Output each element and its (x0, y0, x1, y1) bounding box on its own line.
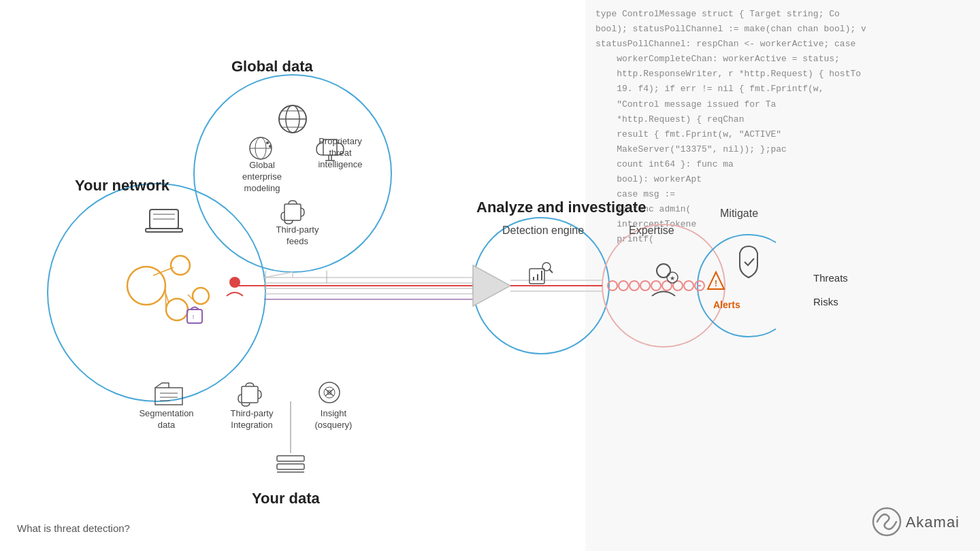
svg-point-77 (324, 387, 335, 398)
svg-point-45 (286, 105, 299, 133)
svg-point-0 (48, 184, 265, 401)
code-background: type ControlMessage struct { Target stri… (585, 0, 980, 551)
svg-line-76 (325, 389, 333, 396)
svg-point-62 (542, 263, 551, 271)
akamai-logo-icon (872, 507, 902, 537)
detection-engine-label: Detection engine (502, 224, 584, 237)
global-data-label: Global data (231, 58, 313, 76)
svg-rect-38 (187, 310, 202, 323)
svg-line-63 (549, 269, 553, 273)
code-line-7: "Control message issued for Ta (595, 97, 970, 112)
code-line-6: 19. f4); if err != nil { fmt.Fprintf(w, (595, 82, 970, 97)
proprietary-threat-label: Proprietary threat intelligence (310, 136, 371, 171)
code-line-14: }; func admin( (595, 202, 970, 217)
svg-point-29 (127, 267, 165, 305)
global-enterprise-label: Global enterprise modeling (235, 160, 289, 195)
svg-rect-73 (242, 386, 258, 403)
svg-rect-57 (284, 204, 301, 220)
insight-container: Insight (osquery) (306, 408, 361, 431)
svg-line-33 (165, 286, 166, 310)
svg-line-36 (188, 295, 193, 299)
svg-rect-40 (150, 210, 178, 229)
code-line-11: count int64 }: func ma (595, 157, 970, 172)
alerts-label: Alerts (713, 299, 740, 310)
risks-label: Risks (813, 296, 838, 307)
code-line-5: http.ResponseWriter, r *http.Request) { … (595, 67, 970, 82)
svg-text:!: ! (193, 314, 195, 320)
svg-line-84 (264, 272, 293, 278)
svg-line-35 (165, 293, 169, 303)
svg-marker-11 (473, 265, 510, 306)
third-party-integration-container: Third-party Integration (221, 408, 282, 431)
svg-point-78 (327, 390, 331, 395)
threats-label: Threats (813, 272, 848, 284)
your-network-label: Your network (75, 177, 169, 195)
akamai-logo: Akamai (872, 507, 960, 537)
code-line-12: bool): workerApt (595, 172, 970, 187)
code-line-10: MakeServer("13375", nil)); };pac (595, 142, 970, 157)
segmentation-data-label: Segmentation data (137, 408, 195, 431)
svg-rect-79 (277, 456, 304, 461)
svg-point-32 (193, 288, 209, 304)
svg-point-44 (279, 105, 306, 133)
code-line-13: case msg := (595, 187, 970, 202)
code-line-4: workerCompleteChan: workerActive = statu… (595, 52, 970, 67)
akamai-logo-text: Akamai (906, 514, 960, 531)
svg-point-30 (166, 299, 188, 320)
svg-point-49 (250, 137, 272, 159)
third-party-integration-label: Third-party Integration (221, 408, 282, 431)
expertise-label: Expertise (629, 224, 674, 237)
code-line-2: bool); statusPollChannel := make(chan ch… (595, 22, 970, 37)
bottom-question: What is threat detection? (17, 522, 130, 534)
insight-label: Insight (osquery) (306, 408, 361, 431)
svg-point-53 (269, 145, 272, 148)
third-party-feeds-icon-container: Third-party feeds (270, 224, 325, 248)
svg-rect-80 (277, 464, 304, 469)
third-party-feeds-label: Third-party feeds (270, 224, 325, 248)
code-line-9: result { fmt.Fprint(w, "ACTIVE" (595, 127, 970, 142)
svg-point-31 (171, 256, 190, 275)
svg-line-34 (153, 267, 174, 276)
analyze-label: Analyze and investigate (476, 199, 646, 216)
mitigate-label: Mitigate (720, 207, 758, 220)
svg-point-52 (266, 141, 269, 144)
proprietary-threat-icon-container: Proprietary threat intelligence (310, 136, 371, 171)
global-enterprise-icon-container: Global enterprise modeling (235, 160, 289, 195)
your-data-label: Your data (252, 490, 320, 507)
segmentation-data-container: Segmentation data (137, 408, 195, 431)
svg-point-50 (255, 137, 266, 159)
code-line-8: *http.Request) { reqChan (595, 112, 970, 127)
svg-rect-41 (146, 229, 182, 232)
svg-point-74 (319, 382, 340, 403)
svg-point-37 (229, 277, 240, 288)
svg-rect-58 (529, 269, 544, 284)
svg-line-75 (325, 389, 333, 396)
code-line-3: statusPollChannel: respChan <- workerAct… (595, 37, 970, 52)
code-line-1: type ControlMessage struct { Target stri… (595, 7, 970, 22)
